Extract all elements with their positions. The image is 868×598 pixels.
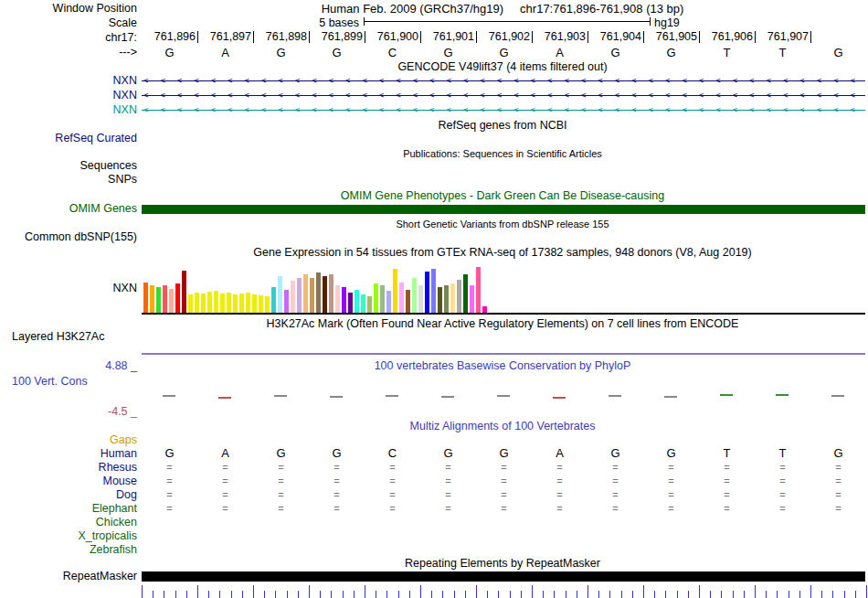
species-label-human[interactable]: Human — [0, 447, 137, 460]
gtex-tissue-bar[interactable] — [278, 276, 282, 313]
gtex-tissue-bar[interactable] — [271, 287, 276, 313]
gtex-tissue-bar[interactable] — [476, 267, 481, 313]
repeatmasker-bar[interactable] — [142, 571, 865, 582]
species-label-rhesus[interactable]: Rhesus — [0, 461, 137, 474]
gtex-tissue-bar[interactable] — [246, 293, 250, 313]
gtex-tissue-bar[interactable] — [329, 274, 333, 313]
position-label[interactable]: 761,899 — [313, 31, 365, 43]
gtex-tissue-bar[interactable] — [418, 285, 423, 313]
refseq-curated-label[interactable]: RefSeq Curated — [0, 132, 137, 144]
gtex-tissue-bar[interactable] — [220, 294, 225, 313]
sequences-label[interactable]: Sequences — [0, 159, 137, 172]
position-label[interactable]: 761,904 — [592, 31, 644, 43]
gtex-tissue-bar[interactable] — [380, 285, 385, 313]
common-dbsnp-label[interactable]: Common dbSNP(155) — [0, 230, 137, 243]
gtex-tissue-bar[interactable] — [335, 285, 340, 313]
gtex-tissue-bar[interactable] — [463, 274, 468, 313]
gtex-tissue-bar[interactable] — [303, 274, 308, 313]
refseq-track-title[interactable]: RefSeq genes from NCBI — [142, 119, 863, 132]
gtex-tissue-bar[interactable] — [367, 296, 372, 313]
species-label-gaps[interactable]: Gaps — [0, 433, 137, 446]
gtex-tissue-bar[interactable] — [163, 285, 167, 313]
gtex-tissue-bar[interactable] — [444, 285, 449, 313]
gtex-tissue-bar[interactable] — [239, 294, 244, 313]
gtex-tissue-bar[interactable] — [393, 269, 397, 313]
species-label-x_tropicalis[interactable]: X_tropicalis — [0, 529, 137, 542]
species-label-mouse[interactable]: Mouse — [0, 475, 137, 487]
gtex-tissue-bar[interactable] — [156, 287, 161, 313]
gtex-tissue-bar[interactable] — [342, 287, 346, 313]
gtex-tissue-bar[interactable] — [175, 283, 180, 313]
gtex-tissue-bar[interactable] — [470, 285, 474, 313]
base-row[interactable]: GAGGCGGAGGTTG — [142, 46, 866, 59]
gtex-tissue-bar[interactable] — [438, 287, 442, 313]
repeatmasker-track-title[interactable]: Repeating Elements by RepeatMasker — [142, 557, 863, 570]
gtex-tissue-bar[interactable] — [323, 276, 327, 313]
gtex-tissue-bar[interactable] — [201, 294, 206, 313]
species-label-elephant[interactable]: Elephant — [0, 502, 137, 515]
gtex-tissue-bar[interactable] — [214, 291, 218, 313]
position-label[interactable]: 761,907 — [759, 31, 811, 43]
gtex-tissue-bar[interactable] — [482, 306, 487, 313]
gencode-track-title[interactable]: GENCODE V49lift37 (4 items filtered out) — [142, 60, 863, 73]
gtex-tissue-bar[interactable] — [207, 292, 212, 313]
publications-track-title[interactable]: Publications: Sequences in Scientific Ar… — [142, 147, 863, 160]
gtex-tissue-bar[interactable] — [284, 290, 289, 313]
omim-gene-bar[interactable] — [142, 205, 865, 214]
gtex-gene-label[interactable]: NXN — [0, 282, 137, 294]
position-label[interactable]: 761,898 — [258, 31, 310, 43]
gtex-tissue-bar[interactable] — [348, 293, 353, 313]
position-label[interactable]: 761,901 — [425, 31, 477, 43]
gtex-tissue-bar[interactable] — [233, 294, 238, 313]
gtex-tissue-bar[interactable] — [310, 278, 314, 313]
gtex-tissue-bar[interactable] — [188, 294, 193, 313]
snps-label[interactable]: SNPs — [0, 173, 137, 186]
gtex-tissue-bar[interactable] — [182, 271, 186, 313]
gtex-tissue-bar[interactable] — [143, 283, 148, 313]
gtex-tissue-bar[interactable] — [361, 294, 365, 313]
gene-item-label[interactable]: NXN — [0, 74, 137, 87]
position-label[interactable]: 761,906 — [704, 31, 756, 43]
gtex-tissue-bar[interactable] — [297, 278, 302, 313]
gtex-track-title[interactable]: Gene Expression in 54 tissues from GTEx … — [142, 246, 863, 259]
omim-track-title[interactable]: OMIM Gene Phenotypes - Dark Green Can Be… — [142, 189, 863, 202]
gtex-tissue-bar[interactable] — [316, 272, 321, 313]
conservation-label[interactable]: 100 Vert. Cons — [12, 375, 88, 388]
omim-genes-label[interactable]: OMIM Genes — [0, 202, 137, 215]
repeatmasker-label[interactable]: RepeatMasker — [0, 570, 137, 582]
position-label[interactable]: 761,900 — [369, 31, 421, 43]
gtex-tissue-bar[interactable] — [265, 296, 270, 313]
species-label-zebrafish[interactable]: Zebrafish — [0, 543, 137, 556]
gtex-tissue-bar[interactable] — [195, 293, 199, 313]
conservation-track-title[interactable]: 100 vertebrates Basewise Conservation by… — [142, 359, 863, 372]
position-label[interactable]: 761,903 — [536, 31, 588, 43]
gtex-tissue-bar[interactable] — [355, 290, 359, 313]
multiz-track-title[interactable]: Multiz Alignments of 100 Vertebrates — [142, 420, 863, 432]
species-label-chicken[interactable]: Chicken — [0, 516, 137, 529]
dbsnp-track-title[interactable]: Short Genetic Variants from dbSNP releas… — [142, 218, 863, 230]
gtex-tissue-bar[interactable] — [150, 285, 154, 313]
gtex-tissue-bar[interactable] — [450, 283, 455, 313]
gtex-tissue-bar[interactable] — [291, 281, 295, 313]
gtex-tissue-bar[interactable] — [374, 283, 378, 313]
gene-item-label[interactable]: NXN — [0, 103, 137, 116]
gtex-tissue-bar[interactable] — [412, 278, 417, 313]
h3k27ac-track-title[interactable]: H3K27Ac Mark (Often Found Near Active Re… — [142, 317, 863, 330]
gtex-tissue-bar[interactable] — [259, 295, 263, 313]
gtex-tissue-bar[interactable] — [169, 289, 174, 313]
gene-item-label[interactable]: NXN — [0, 89, 137, 101]
position-label[interactable]: 761,905 — [648, 31, 700, 43]
gtex-tissue-bar[interactable] — [406, 290, 410, 313]
species-label-dog[interactable]: Dog — [0, 488, 137, 501]
gtex-tissue-bar[interactable] — [252, 294, 257, 313]
gtex-tissue-bar[interactable] — [431, 269, 436, 313]
gtex-tissue-bar[interactable] — [227, 293, 231, 313]
gtex-tissue-bar[interactable] — [457, 280, 461, 313]
layered-h3k27ac-label[interactable]: Layered H3K27Ac — [12, 330, 104, 343]
h3k27ac-signal-line[interactable] — [142, 353, 865, 355]
position-ruler[interactable]: 761,896761,897761,898761,899761,900761,9… — [142, 31, 866, 44]
gtex-tissue-bar[interactable] — [386, 291, 391, 313]
gtex-tissue-bar[interactable] — [399, 283, 404, 313]
position-label[interactable]: 761,897 — [202, 31, 254, 43]
gtex-tissue-bar[interactable] — [425, 272, 429, 313]
